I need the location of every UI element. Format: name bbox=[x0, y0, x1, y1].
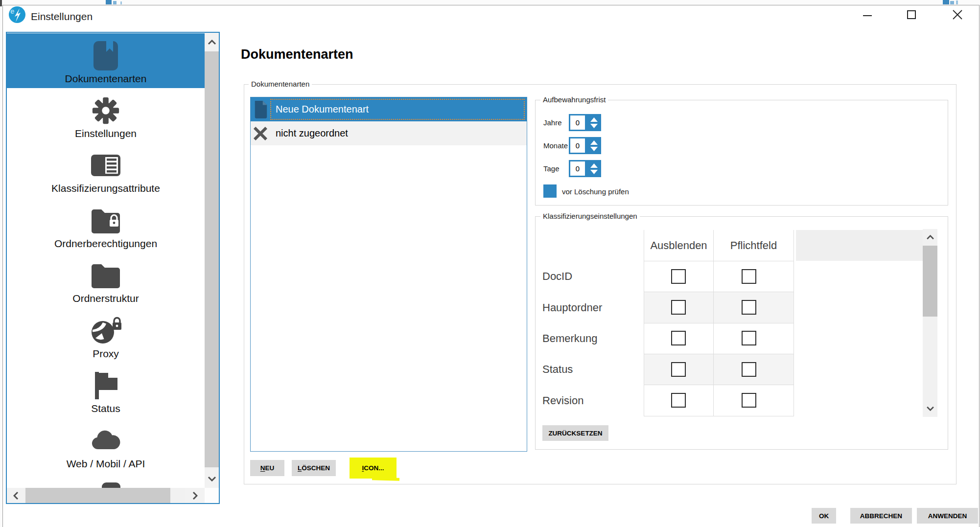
scroll-left-button[interactable] bbox=[7, 488, 24, 503]
classification-card-icon bbox=[90, 149, 121, 182]
vor-loeschung-pruefen-checkbox[interactable] bbox=[543, 184, 557, 198]
jahre-spinner[interactable]: 0 bbox=[569, 114, 601, 131]
row-label-revision: Revision bbox=[542, 385, 583, 416]
scroll-right-button[interactable] bbox=[185, 488, 205, 503]
chevron-up-icon bbox=[926, 235, 934, 240]
sidebar-item-label: Klassifizierungsattribute bbox=[51, 183, 160, 194]
globe-lock-icon bbox=[89, 315, 122, 347]
sidebar-item-dokumentenarten[interactable]: Dokumentenarten bbox=[7, 33, 205, 88]
scrollbar-corner bbox=[205, 488, 219, 503]
folder-lock-icon bbox=[90, 205, 121, 237]
button-label: CON... bbox=[364, 464, 384, 472]
sidebar-item-label: Proxy bbox=[93, 348, 119, 360]
checkbox-bemerkung-ausblenden[interactable] bbox=[671, 331, 686, 345]
table-gridline bbox=[644, 292, 793, 292]
sidebar-item-label: Web / Mobil / API bbox=[67, 458, 145, 470]
row-label-bemerkung: Bemerkung bbox=[542, 323, 598, 354]
scroll-down-button[interactable] bbox=[205, 469, 219, 488]
checkbox-revision-ausblenden[interactable] bbox=[671, 393, 686, 408]
table-row-stripe bbox=[644, 354, 793, 385]
table-gridline bbox=[644, 416, 793, 416]
monate-value-field[interactable]: 0 bbox=[569, 137, 586, 154]
sidebar-item-label: Ordnerstruktur bbox=[72, 293, 139, 304]
spinner-down-button[interactable] bbox=[590, 124, 598, 128]
svg-text:e: e bbox=[10, 7, 14, 15]
checkbox-docid-pflichtfeld[interactable] bbox=[742, 269, 756, 284]
checkbox-status-pflichtfeld[interactable] bbox=[742, 362, 756, 377]
background-window-fragment bbox=[950, 1, 954, 4]
anwenden-button[interactable]: ANWENDEN bbox=[917, 508, 978, 524]
document-type-list[interactable] bbox=[250, 97, 527, 452]
sidebar-item-web-mobil-api[interactable]: Web / Mobil / API bbox=[7, 418, 205, 473]
sidebar-hscroll-thumb[interactable] bbox=[25, 488, 170, 503]
x-mark-icon bbox=[252, 125, 269, 142]
list-item-neue-dokumentenart[interactable]: Neue Dokumentenart bbox=[251, 97, 527, 121]
neu-button[interactable]: NEU bbox=[250, 460, 284, 476]
list-item-label: nicht zugeordnet bbox=[276, 128, 348, 139]
checkbox-status-ausblenden[interactable] bbox=[671, 362, 686, 377]
spinner-down-button[interactable] bbox=[590, 147, 598, 151]
checkbox-revision-pflichtfeld[interactable] bbox=[742, 393, 756, 408]
close-icon bbox=[952, 9, 963, 20]
abbrechen-button[interactable]: ABBRECHEN bbox=[850, 508, 912, 524]
background-window-fragment bbox=[943, 0, 949, 4]
monate-label: Monate bbox=[543, 141, 568, 150]
button-label: L bbox=[298, 464, 302, 472]
spinner-down-button[interactable] bbox=[590, 170, 598, 174]
spinner-up-button[interactable] bbox=[590, 117, 598, 122]
zuruecksetzen-button[interactable]: ZURÜCKSETZEN bbox=[542, 425, 608, 441]
table-gridline bbox=[793, 230, 794, 416]
checkbox-hauptordner-ausblenden[interactable] bbox=[671, 300, 686, 315]
gear-icon bbox=[91, 94, 121, 127]
table-gridline bbox=[644, 354, 793, 354]
row-label-status: Status bbox=[542, 354, 573, 385]
column-header-ausblenden: Ausblenden bbox=[644, 230, 713, 261]
tage-spinner[interactable]: 0 bbox=[569, 160, 601, 177]
row-label-hauptordner: Hauptordner bbox=[542, 292, 602, 323]
checkbox-hauptordner-pflichtfeld[interactable] bbox=[742, 300, 756, 315]
background-window-fragment bbox=[956, 0, 958, 4]
table-vscroll-thumb[interactable] bbox=[923, 246, 937, 317]
row-label-docid: DocID bbox=[542, 261, 572, 292]
column-header-pflichtfeld: Pflichtfeld bbox=[714, 230, 793, 261]
list-item-nicht-zugeordnet[interactable]: nicht zugeordnet bbox=[251, 121, 527, 145]
page-title: Dokumentenarten bbox=[241, 47, 353, 62]
folder-icon bbox=[90, 259, 121, 292]
sidebar-item-proxy[interactable]: Proxy bbox=[7, 308, 205, 363]
sidebar-item-ordnerstruktur[interactable]: Ordnerstruktur bbox=[7, 253, 205, 308]
button-label: ÖSCHEN bbox=[302, 464, 330, 472]
sidebar-item-ordnerberechtigungen[interactable]: Ordnerberechtigungen bbox=[7, 198, 205, 253]
spinner-up-button[interactable] bbox=[590, 140, 598, 145]
table-gridline bbox=[644, 385, 793, 385]
maximize-icon bbox=[907, 10, 916, 20]
minimize-button[interactable] bbox=[853, 5, 882, 24]
sidebar-item-klassifizierungsattribute[interactable]: Klassifizierungsattribute bbox=[7, 143, 205, 198]
close-button[interactable] bbox=[943, 5, 972, 24]
scroll-up-button[interactable] bbox=[923, 230, 937, 245]
loeschen-button[interactable]: LÖSCHEN bbox=[292, 460, 336, 476]
scroll-up-button[interactable] bbox=[205, 33, 219, 51]
document-icon bbox=[253, 100, 269, 119]
book-bookmark-icon bbox=[93, 40, 119, 72]
spinner-up-button[interactable] bbox=[590, 163, 598, 168]
chevron-up-icon bbox=[208, 40, 216, 45]
tage-value-field[interactable]: 0 bbox=[569, 160, 586, 177]
window-title: Einstellungen bbox=[31, 11, 93, 23]
jahre-value-field[interactable]: 0 bbox=[569, 114, 586, 131]
sidebar-vscroll-thumb[interactable] bbox=[205, 51, 219, 467]
tage-label: Tage bbox=[543, 164, 560, 173]
checkbox-bemerkung-pflichtfeld[interactable] bbox=[742, 331, 756, 345]
vor-loeschung-pruefen-label: vor Löschung prüfen bbox=[562, 187, 629, 196]
sidebar-item-status[interactable]: Status bbox=[7, 363, 205, 418]
scroll-down-button[interactable] bbox=[923, 401, 937, 416]
table-gridline bbox=[644, 323, 793, 323]
dokumentenarten-group-label: Dokumentenarten bbox=[249, 80, 312, 88]
checkbox-docid-ausblenden[interactable] bbox=[671, 269, 686, 284]
monate-spinner[interactable]: 0 bbox=[569, 137, 601, 154]
table-row-stripe bbox=[644, 292, 793, 323]
sidebar-item-einstellungen[interactable]: Einstellungen bbox=[7, 88, 205, 143]
maximize-button[interactable] bbox=[897, 5, 926, 24]
background-window-fragment bbox=[106, 0, 112, 4]
icon-button[interactable]: ICON... bbox=[352, 460, 394, 476]
ok-button[interactable]: OK bbox=[812, 508, 836, 524]
